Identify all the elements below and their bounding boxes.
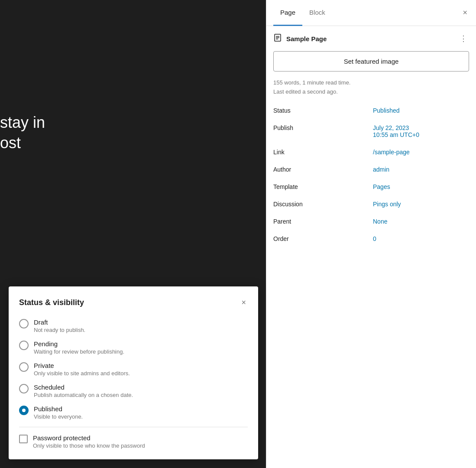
- radio-published-input[interactable]: [19, 406, 29, 415]
- status-radio-group: Draft Not ready to publish. Pending Wait…: [19, 318, 248, 420]
- radio-private-label: Private Only visible to site admins and …: [34, 362, 130, 377]
- checkbox-password[interactable]: Password protected Only visible to those…: [19, 434, 248, 449]
- tab-block[interactable]: Block: [302, 0, 332, 26]
- page-more-button[interactable]: ⋮: [458, 33, 469, 44]
- set-featured-image-button[interactable]: Set featured image: [273, 51, 469, 72]
- radio-draft-input[interactable]: [19, 319, 29, 328]
- info-label-publish: Publish: [273, 123, 369, 133]
- page-title: Sample Page: [286, 35, 327, 42]
- page-document-icon: [273, 33, 282, 44]
- info-label-author: Author: [273, 164, 369, 175]
- info-value-link[interactable]: /sample-page: [373, 147, 469, 157]
- radio-published[interactable]: Published Visible to everyone.: [19, 405, 248, 420]
- tab-bar: Page Block ×: [266, 0, 476, 26]
- right-panel: Page Block × Sample Page ⋮: [266, 0, 476, 468]
- tab-page[interactable]: Page: [273, 0, 302, 26]
- info-value-status[interactable]: Published: [373, 105, 469, 116]
- radio-draft[interactable]: Draft Not ready to publish.: [19, 318, 248, 333]
- editor-area: stay in ost Status & visibility × Draft …: [0, 0, 266, 468]
- info-label-link: Link: [273, 147, 369, 157]
- info-value-author[interactable]: admin: [373, 164, 469, 175]
- info-grid: Status Published Publish July 22, 2023 1…: [273, 105, 469, 244]
- radio-pending-input[interactable]: [19, 341, 29, 350]
- status-visibility-modal: Status & visibility × Draft Not ready to…: [9, 286, 258, 459]
- info-value-discussion[interactable]: Pings only: [373, 199, 469, 209]
- info-value-parent[interactable]: None: [373, 216, 469, 227]
- background-text: stay in ost: [0, 113, 45, 153]
- radio-pending-label: Pending Waiting for review before publis…: [34, 340, 124, 355]
- info-label-discussion: Discussion: [273, 199, 369, 209]
- panel-content: Sample Page ⋮ Set featured image 155 wor…: [266, 26, 476, 468]
- radio-private-input[interactable]: [19, 362, 29, 372]
- radio-draft-label: Draft Not ready to publish.: [34, 318, 85, 333]
- modal-title: Status & visibility: [19, 298, 84, 307]
- radio-pending[interactable]: Pending Waiting for review before publis…: [19, 340, 248, 355]
- info-value-publish[interactable]: July 22, 2023 10:55 am UTC+0: [373, 123, 469, 140]
- radio-scheduled-label: Scheduled Publish automatically on a cho…: [34, 384, 133, 398]
- panel-close-button[interactable]: ×: [461, 6, 469, 19]
- checkbox-password-input[interactable]: [19, 435, 28, 443]
- radio-private[interactable]: Private Only visible to site admins and …: [19, 362, 248, 377]
- modal-header: Status & visibility ×: [19, 297, 248, 308]
- radio-scheduled-input[interactable]: [19, 384, 29, 393]
- modal-close-button[interactable]: ×: [240, 297, 248, 308]
- radio-published-label: Published Visible to everyone.: [34, 405, 83, 420]
- modal-divider: [19, 427, 248, 427]
- stats-text: 155 words, 1 minute read time. Last edit…: [273, 78, 469, 97]
- info-label-parent: Parent: [273, 216, 369, 227]
- info-value-template[interactable]: Pages: [373, 182, 469, 192]
- page-header-row: Sample Page ⋮: [273, 33, 469, 44]
- info-label-status: Status: [273, 105, 369, 116]
- checkbox-password-label: Password protected Only visible to those…: [33, 434, 145, 449]
- info-label-order: Order: [273, 234, 369, 244]
- radio-scheduled[interactable]: Scheduled Publish automatically on a cho…: [19, 384, 248, 398]
- info-value-order[interactable]: 0: [373, 234, 469, 244]
- page-header-left: Sample Page: [273, 33, 327, 44]
- info-label-template: Template: [273, 182, 369, 192]
